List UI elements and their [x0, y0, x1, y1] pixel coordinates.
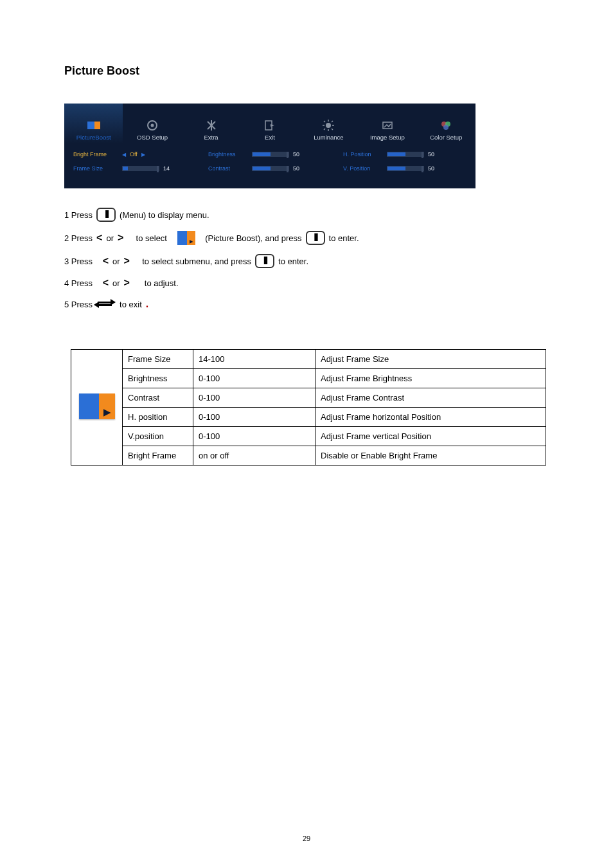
colorsetup-icon [440, 119, 452, 132]
osd-framesize-label: Frame Size [73, 165, 118, 172]
osd-slider [252, 152, 289, 157]
osd-tab-strip: PictureBoost OSD Setup Extra Exit Lumina… [64, 104, 475, 143]
osd-slider [387, 166, 424, 171]
section-heading: Picture Boost [64, 64, 549, 78]
step-text: 4 Press [64, 278, 93, 288]
step-text: to enter. [278, 257, 308, 266]
param-desc: Adjust Frame Brightness [315, 369, 546, 388]
pictureboost-icon [79, 393, 115, 419]
svg-point-5 [151, 124, 154, 127]
osd-vpos-label: V. Position [343, 165, 383, 172]
osd-vpos-value: 50 [428, 165, 434, 172]
osd-tab-label: Image Setup [370, 134, 405, 141]
param-range: 0-100 [193, 408, 315, 427]
svg-line-18 [332, 121, 333, 122]
step-text: 2 Press [64, 233, 93, 243]
param-desc: Adjust Frame vertical Position [315, 427, 546, 446]
step-text: 3 Press [64, 257, 93, 266]
param-name: H. position [123, 408, 193, 427]
table-row: Frame Size 14-100 Adjust Frame Size [71, 350, 546, 369]
osd-tab-label: Color Setup [430, 134, 462, 141]
osd-hpos-value: 50 [428, 151, 434, 158]
greater-than-icon: > [118, 232, 123, 244]
osd-brightframe-label: Bright Frame [73, 151, 118, 158]
osd-body: Bright Frame ◀ Off ▶ Frame Size 14 Brigh… [64, 143, 475, 188]
table-row: Brightness 0-100 Adjust Frame Brightness [71, 369, 546, 388]
param-desc: Disable or Enable Bright Frame [315, 446, 546, 466]
menu-button-icon: III [96, 208, 116, 222]
table-row: H. position 0-100 Adjust Frame horizonta… [71, 408, 546, 427]
param-name: Bright Frame [123, 446, 193, 466]
osd-contrast-label: Contrast [208, 165, 248, 172]
param-name: Frame Size [123, 350, 193, 369]
step-text: (Picture Boost), and press [205, 233, 301, 243]
table-icon-cell [71, 350, 123, 466]
parameters-table: Frame Size 14-100 Adjust Frame Size Brig… [71, 349, 546, 466]
svg-line-16 [324, 121, 325, 122]
osd-contrast-value: 50 [293, 165, 299, 172]
osd-tab-label: PictureBoost [76, 134, 111, 141]
osd-tab-luminance: Luminance [299, 104, 358, 143]
step-4: 4 Press < or > to adjust. [64, 277, 549, 289]
param-name: V.position [123, 427, 193, 446]
param-desc: Adjust Frame Contrast [315, 388, 546, 408]
osd-framesize-value: 14 [163, 165, 170, 172]
less-than-icon: < [103, 277, 109, 289]
osd-brightness-label: Brightness [208, 151, 248, 158]
osd-tab-imagesetup: Image Setup [358, 104, 416, 143]
table-row: Bright Frame on or off Disable or Enable… [71, 446, 546, 466]
step-text: (Menu) to display menu. [120, 210, 209, 220]
menu-button-icon: III [255, 254, 274, 268]
svg-line-19 [324, 129, 325, 130]
param-name: Brightness [123, 369, 193, 388]
menu-button-icon: III [306, 231, 325, 245]
param-name: Contrast [123, 388, 193, 408]
step-text: 1 Press [64, 210, 93, 220]
pictureboost-icon [87, 119, 100, 132]
osd-tab-label: Exit [265, 134, 275, 141]
step-1: 1 Press III (Menu) to display menu. [64, 208, 549, 222]
osd-brightframe-value: Off [130, 151, 138, 158]
osd-tab-pictureboost: PictureBoost [64, 104, 123, 143]
osd-hpos-label: H. Position [343, 151, 383, 158]
extra-icon [205, 119, 218, 132]
page-number: 29 [0, 835, 613, 842]
osd-slider [252, 166, 289, 171]
osd-slider [387, 152, 424, 157]
greater-than-icon: > [124, 255, 130, 267]
table-row: Contrast 0-100 Adjust Frame Contrast [71, 388, 546, 408]
right-arrow-icon: ▶ [141, 152, 145, 158]
instruction-steps: 1 Press III (Menu) to display menu. 2 Pr… [64, 208, 549, 311]
step-text: or [112, 278, 120, 288]
step-text: to select [136, 233, 167, 243]
period: . [146, 298, 148, 310]
luminance-icon [322, 119, 335, 132]
pictureboost-icon [177, 231, 195, 245]
svg-line-17 [332, 129, 333, 130]
param-desc: Adjust Frame horizontal Position [315, 408, 546, 427]
greater-than-icon: > [124, 277, 130, 289]
param-range: on or off [193, 446, 315, 466]
step-text: 5 Press [64, 300, 93, 309]
step-text: or [112, 257, 120, 266]
param-range: 0-100 [193, 388, 315, 408]
imagesetup-icon [381, 119, 394, 132]
osd-tab-label: Extra [204, 134, 218, 141]
osd-tab-osdsetup: OSD Setup [123, 104, 181, 143]
step-text: to select submenu, and press [142, 257, 251, 266]
svg-marker-10 [271, 124, 274, 127]
step-2: 2 Press < or > to select (Picture Boost)… [64, 231, 549, 245]
param-range: 0-100 [193, 369, 315, 388]
osd-screenshot: PictureBoost OSD Setup Extra Exit Lumina… [64, 104, 475, 188]
osd-brightness-value: 50 [293, 151, 299, 158]
step-3: 3 Press < or > to select submenu, and pr… [64, 254, 549, 268]
step-text: to exit [120, 300, 142, 309]
left-arrow-icon: ◀ [122, 152, 126, 158]
less-than-icon: < [103, 255, 109, 267]
osd-tab-colorsetup: Color Setup [417, 104, 475, 143]
svg-point-11 [326, 123, 331, 128]
table-row: V.position 0-100 Adjust Frame vertical P… [71, 427, 546, 446]
gear-icon [146, 119, 159, 132]
param-range: 14-100 [193, 350, 315, 369]
osd-tab-exit: Exit [240, 104, 299, 143]
